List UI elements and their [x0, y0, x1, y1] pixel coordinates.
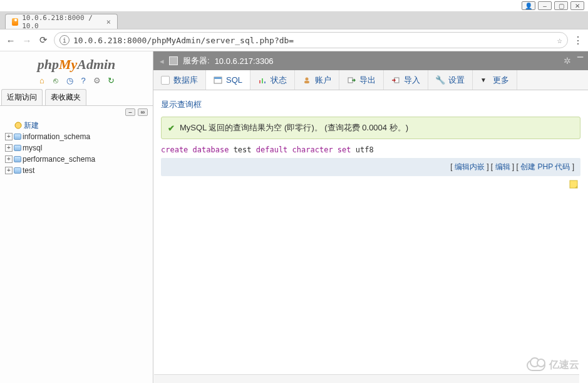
gear-icon[interactable]: ⚙	[92, 75, 102, 85]
cloud-icon	[527, 360, 545, 371]
os-close-button[interactable]: ✕	[570, 1, 584, 10]
tree-expander-icon[interactable]: +	[5, 144, 13, 152]
os-maximize-button[interactable]: ▢	[554, 1, 568, 10]
tab-favorites[interactable]: 表收藏夹	[45, 89, 86, 105]
horizontal-scrollbar[interactable]	[154, 374, 579, 383]
sql-kw: set	[338, 145, 351, 154]
export-tab-icon	[347, 76, 356, 85]
sidebar-collapse-controls: – ∞	[0, 106, 153, 118]
browser-tabstrip: 10.0.6.218:8000 / 10.0 ×	[0, 11, 588, 29]
maximize-icon: ▢	[559, 3, 564, 9]
svg-rect-5	[264, 81, 266, 83]
sql-kw: character	[292, 145, 333, 154]
browser-menu-button[interactable]: ⋮	[573, 34, 583, 46]
create-php-code-link[interactable]: 创建 PHP 代码	[520, 162, 570, 171]
db-tree: 新建 + information_schema + mysql + perfor…	[0, 118, 153, 176]
user-icon: 👤	[525, 3, 532, 9]
back-button[interactable]: ←	[5, 34, 16, 46]
settings-tab-icon: 🔧	[436, 76, 445, 85]
tree-expander-icon[interactable]: +	[5, 133, 13, 140]
logout-icon[interactable]: ⎋	[51, 75, 61, 85]
menu-label: SQL	[226, 75, 242, 85]
database-icon	[14, 134, 21, 140]
minimize-icon: –	[543, 3, 547, 9]
browser-tab[interactable]: 10.0.6.218:8000 / 10.0 ×	[5, 14, 118, 29]
close-icon: ✕	[575, 3, 580, 9]
tab-recent[interactable]: 近期访问	[1, 89, 43, 105]
server-icon	[169, 56, 178, 65]
address-bar[interactable]: i 10.0.6.218:8000/phpMyAdmin/server_sql.…	[54, 32, 568, 48]
edit-link[interactable]: 编辑	[495, 162, 510, 171]
page-settings-icon[interactable]: ✲	[564, 56, 571, 66]
pma-favicon-icon	[12, 18, 18, 26]
success-message: ✔ MySQL 返回的查询结果为空 (即零行)。 (查询花费 0.0004 秒。…	[161, 117, 580, 139]
os-user-button[interactable]: 👤	[522, 1, 535, 10]
sql-ident: utf8	[356, 145, 374, 154]
os-titlebar: 👤 – ▢ ✕	[0, 0, 588, 11]
success-check-icon: ✔	[168, 123, 175, 133]
tree-db-label: performance_schema	[23, 155, 95, 164]
phpmyadmin-logo[interactable]: phpMyAdmin	[0, 51, 153, 75]
server-prefix: 服务器:	[183, 55, 210, 66]
browser-toolbar: ← → ⟳ i 10.0.6.218:8000/phpMyAdmin/serve…	[0, 29, 588, 51]
os-minimize-button[interactable]: –	[538, 1, 552, 10]
bracket: [	[491, 162, 495, 171]
executed-sql: create database test default character s…	[161, 144, 580, 158]
sql-kw: database	[193, 145, 229, 154]
menu-export[interactable]: 导出	[339, 70, 384, 90]
menu-label: 账户	[315, 75, 331, 86]
menu-status[interactable]: 状态	[250, 70, 295, 90]
menu-import[interactable]: 导入	[384, 70, 428, 90]
menu-label: 数据库	[173, 75, 198, 86]
sidebar: phpMyAdmin ⌂ ⎋ ◷ ? ⚙ ↻ 近期访问 表收藏夹 – ∞ 新建	[0, 51, 153, 383]
content-area: ◂ 服务器: 10.0.6.217:3306 ✲ ▔ 数据库 SQL 状态	[153, 51, 588, 383]
help-icon[interactable]: ?	[78, 75, 88, 85]
bracket: [	[450, 162, 455, 171]
svg-rect-8	[348, 78, 353, 83]
bookmark-star-icon[interactable]: ☆	[557, 35, 562, 45]
menu-sql[interactable]: SQL	[206, 70, 250, 90]
database-icon	[14, 145, 21, 151]
reload-tree-icon[interactable]: ↻	[106, 75, 116, 85]
svg-point-0	[15, 122, 21, 129]
menu-accounts[interactable]: 账户	[295, 70, 339, 90]
menu-more[interactable]: ▼ 更多	[473, 70, 517, 90]
svg-rect-2	[214, 77, 222, 79]
top-menu: 数据库 SQL 状态 账户 导出 导入 🔧	[153, 70, 588, 90]
tab-close-icon[interactable]: ×	[106, 18, 111, 26]
tree-expander-icon[interactable]: +	[5, 155, 13, 163]
svg-rect-7	[304, 81, 309, 83]
forward-button[interactable]: →	[21, 34, 33, 46]
sticky-note-icon[interactable]	[569, 180, 578, 189]
home-icon[interactable]: ⌂	[37, 75, 47, 85]
server-bar: ◂ 服务器: 10.0.6.217:3306 ✲ ▔	[153, 51, 588, 70]
sql-kw: create	[161, 145, 188, 154]
edit-inline-link[interactable]: 编辑内嵌	[455, 162, 485, 171]
reload-button[interactable]: ⟳	[38, 34, 49, 46]
menu-settings[interactable]: 🔧 设置	[428, 70, 473, 90]
tree-db-row[interactable]: + information_schema	[5, 131, 150, 142]
menu-label: 状态	[271, 75, 287, 86]
tree-new-label: 新建	[24, 120, 39, 131]
docs-icon[interactable]: ◷	[64, 75, 75, 85]
link-icon[interactable]: ∞	[138, 108, 148, 116]
bracket: ]	[510, 162, 515, 171]
workspace: phpMyAdmin ⌂ ⎋ ◷ ? ⚙ ↻ 近期访问 表收藏夹 – ∞ 新建	[0, 51, 588, 383]
tree-expander-icon[interactable]: +	[5, 167, 13, 174]
sidebar-tabs: 近期访问 表收藏夹	[0, 89, 153, 106]
menu-label: 更多	[493, 75, 509, 86]
show-query-box-link[interactable]: 显示查询框	[161, 97, 580, 117]
menu-databases[interactable]: 数据库	[153, 70, 206, 90]
tab-title: 10.0.6.218:8000 / 10.0	[22, 14, 100, 30]
site-info-icon[interactable]: i	[59, 35, 70, 45]
nav-handle-icon[interactable]: ◂	[160, 56, 164, 66]
tree-new-database[interactable]: 新建	[5, 120, 150, 131]
tree-db-row[interactable]: + performance_schema	[5, 154, 150, 165]
tree-db-row[interactable]: + test	[5, 165, 150, 176]
collapse-panel-button[interactable]: –	[125, 108, 135, 116]
collapse-top-icon[interactable]: ▔	[577, 56, 583, 65]
logo-part-my: My	[59, 56, 77, 72]
svg-rect-3	[259, 80, 260, 83]
import-tab-icon	[391, 76, 400, 85]
tree-db-row[interactable]: + mysql	[5, 142, 150, 154]
